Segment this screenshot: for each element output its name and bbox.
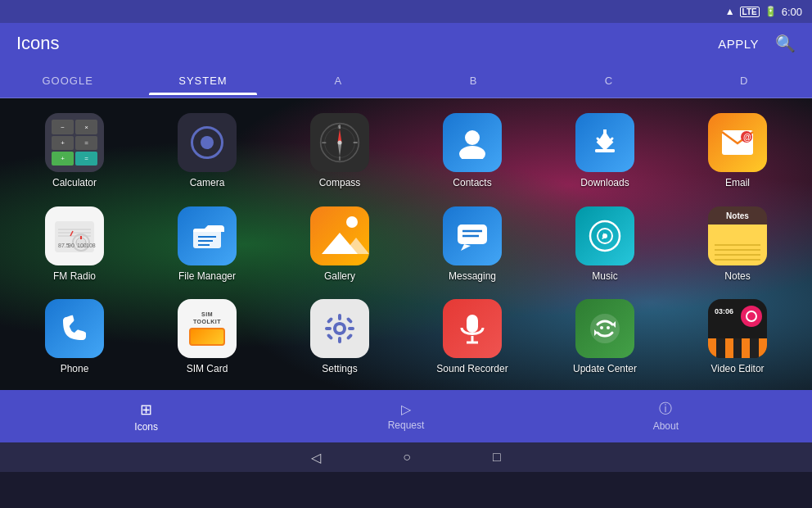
svg-rect-46: [338, 314, 341, 320]
svg-rect-49: [348, 327, 354, 330]
app-music[interactable]: ♪ Music: [539, 197, 671, 290]
svg-point-11: [459, 146, 485, 159]
back-button[interactable]: ◁: [311, 450, 321, 465]
svg-point-61: [607, 326, 610, 329]
svg-rect-47: [338, 337, 341, 343]
app-label-notes: Notes: [724, 270, 750, 282]
svg-marker-38: [461, 244, 471, 251]
time-display: 6:00: [782, 6, 802, 18]
app-label-soundrecorder: Sound Recorder: [436, 363, 508, 374]
svg-rect-52: [327, 333, 333, 340]
app-messaging[interactable]: Messaging: [406, 197, 539, 290]
app-updatecenter[interactable]: Update Center: [539, 291, 671, 383]
recents-button[interactable]: □: [493, 450, 501, 465]
icons-nav-icon: ⊞: [140, 401, 152, 419]
app-label-gallery: Gallery: [324, 270, 355, 282]
app-grid: − × + = + = Calculator Camera: [0, 98, 812, 390]
app-label-phone: Phone: [61, 363, 89, 374]
tab-c[interactable]: C: [541, 66, 676, 95]
app-settings[interactable]: Settings: [273, 291, 406, 383]
page-title: Icons: [16, 33, 60, 54]
wifi-icon: ▲: [725, 6, 735, 17]
tab-d[interactable]: D: [677, 66, 812, 95]
svg-rect-48: [325, 327, 332, 330]
app-camera[interactable]: Camera: [141, 105, 273, 197]
top-bar: Icons APPLY 🔍: [0, 23, 812, 64]
svg-rect-50: [327, 317, 333, 324]
app-phone[interactable]: Phone: [8, 291, 141, 383]
svg-rect-37: [458, 225, 487, 244]
app-label-contacts: Contacts: [453, 177, 491, 188]
home-button[interactable]: ○: [403, 450, 411, 465]
app-compass[interactable]: N Compass: [273, 105, 406, 197]
app-label-email: Email: [725, 177, 750, 188]
icons-nav-label: Icons: [134, 421, 158, 433]
svg-point-8: [338, 141, 342, 145]
svg-point-57: [590, 314, 620, 343]
app-downloads[interactable]: Downloads: [539, 105, 671, 197]
app-label-calculator: Calculator: [52, 177, 97, 188]
svg-rect-54: [467, 315, 478, 333]
app-label-music: Music: [592, 270, 617, 282]
bottom-nav: ⊞ Icons ▷ Request ⓘ About: [0, 390, 812, 442]
request-nav-icon: ▷: [401, 401, 411, 417]
svg-text:♪: ♪: [601, 229, 607, 242]
app-label-fmradio: FM Radio: [53, 270, 96, 282]
tab-bar: GOOGLE SYSTEM A B C D: [0, 64, 812, 98]
top-bar-actions: APPLY 🔍: [718, 34, 796, 53]
tab-google[interactable]: GOOGLE: [0, 66, 135, 95]
tab-system[interactable]: SYSTEM: [135, 66, 270, 95]
app-notes[interactable]: Notes Notes: [671, 197, 804, 290]
nav-about[interactable]: ⓘ About: [633, 401, 698, 432]
svg-rect-53: [346, 333, 353, 340]
nav-request[interactable]: ▷ Request: [373, 401, 439, 431]
nav-icons[interactable]: ⊞ Icons: [114, 401, 179, 433]
status-icons: ▲ LTE 🔋 6:00: [725, 6, 802, 18]
battery-icon: 🔋: [765, 6, 777, 17]
about-nav-icon: ⓘ: [659, 401, 672, 418]
app-label-settings: Settings: [322, 363, 357, 374]
svg-text:N: N: [338, 125, 341, 129]
app-contacts[interactable]: Contacts: [406, 105, 539, 197]
app-simcard[interactable]: SIM TOOLKIT SIM Card: [141, 291, 273, 383]
svg-point-60: [600, 326, 603, 329]
app-calculator[interactable]: − × + = + = Calculator: [8, 105, 141, 197]
app-soundrecorder[interactable]: Sound Recorder: [406, 291, 539, 383]
apply-button[interactable]: APPLY: [718, 37, 759, 51]
app-label-updatecenter: Update Center: [573, 363, 637, 374]
app-filemanager[interactable]: File Manager: [141, 197, 273, 290]
app-videoeditor[interactable]: 03:06 Video Editor: [671, 291, 804, 383]
app-gallery[interactable]: Gallery: [273, 197, 406, 290]
tab-a[interactable]: A: [271, 66, 406, 95]
svg-point-10: [465, 130, 480, 145]
svg-point-45: [336, 325, 343, 332]
tab-b[interactable]: B: [406, 66, 541, 95]
system-nav: ◁ ○ □: [0, 442, 812, 472]
svg-text:90: 90: [68, 243, 74, 248]
search-button[interactable]: 🔍: [775, 34, 796, 53]
app-label-camera: Camera: [190, 177, 225, 188]
lte-label: LTE: [740, 7, 760, 17]
status-bar: ▲ LTE 🔋 6:00: [0, 0, 812, 23]
app-email[interactable]: @ Email: [671, 105, 804, 197]
app-label-compass: Compass: [319, 177, 361, 188]
svg-text:108: 108: [86, 243, 96, 248]
app-label-videoeditor: Video Editor: [710, 363, 764, 374]
svg-text:@: @: [743, 133, 751, 142]
svg-rect-51: [346, 317, 353, 324]
app-fmradio[interactable]: 87.5 90 100 108 FM Radio: [8, 197, 141, 290]
about-nav-label: About: [653, 420, 679, 432]
app-label-downloads: Downloads: [580, 177, 629, 188]
app-label-simcard: SIM Card: [187, 363, 228, 374]
request-nav-label: Request: [388, 420, 425, 431]
app-label-messaging: Messaging: [449, 270, 496, 282]
app-label-filemanager: File Manager: [178, 270, 236, 282]
